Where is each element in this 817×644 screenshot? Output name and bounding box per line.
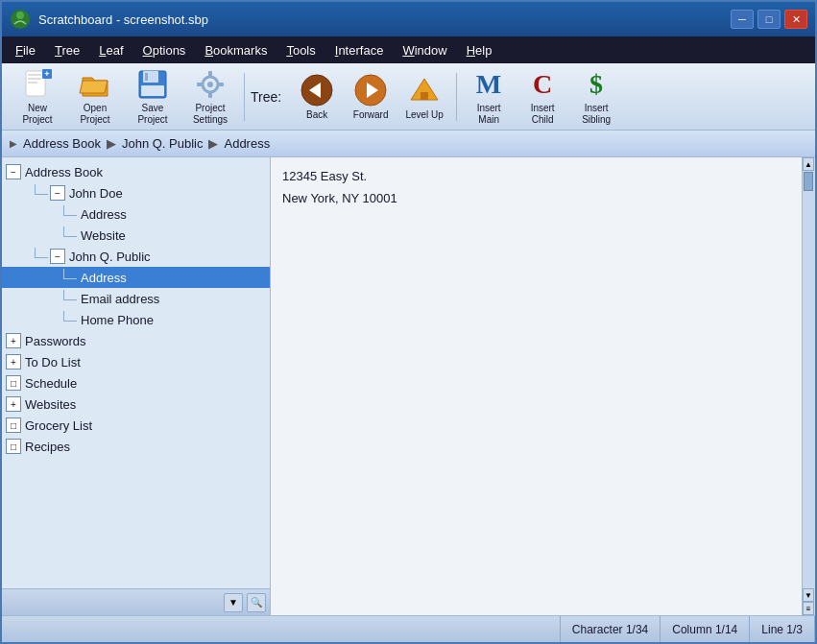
tree-scroll-down-btn[interactable]: ▼ bbox=[224, 593, 243, 612]
tree-item-john-doe-address[interactable]: Address bbox=[2, 203, 270, 225]
tree-item-websites[interactable]: + Websites bbox=[2, 394, 270, 415]
breadcrumb-item-2[interactable]: Address bbox=[224, 136, 270, 151]
menu-interface[interactable]: Interface bbox=[325, 41, 394, 60]
scroll-track bbox=[803, 171, 815, 588]
content-line-1: 12345 Easy St. bbox=[282, 165, 804, 187]
tree-item-recipes[interactable]: □ Recipes bbox=[2, 436, 270, 457]
tree-item-john-doe-website[interactable]: Website bbox=[2, 225, 270, 246]
save-project-icon bbox=[135, 68, 170, 101]
tree-label-john-q-public: John Q. Public bbox=[69, 250, 151, 264]
status-column: Column 1/14 bbox=[661, 616, 750, 642]
project-settings-button[interactable]: ProjectSettings bbox=[182, 68, 238, 126]
tree-panel: − Address Book − John Doe Address bbox=[2, 157, 271, 615]
project-settings-icon bbox=[193, 68, 228, 101]
tree-label-john-q-email: Email address bbox=[81, 292, 159, 306]
svg-text:+: + bbox=[44, 69, 49, 79]
save-project-button[interactable]: SaveProject bbox=[125, 68, 180, 126]
open-project-label: OpenProject bbox=[80, 103, 109, 126]
tree-label-passwords: Passwords bbox=[25, 334, 86, 348]
tree-expander-todo[interactable]: + bbox=[6, 354, 21, 370]
tree-item-john-q-email[interactable]: Email address bbox=[2, 288, 270, 309]
main-content: − Address Book − John Doe Address bbox=[2, 157, 815, 615]
menu-window[interactable]: Window bbox=[393, 41, 456, 60]
back-icon bbox=[300, 73, 334, 107]
maximize-button[interactable]: □ bbox=[757, 10, 781, 29]
tree-expander-john-q-public[interactable]: − bbox=[50, 249, 65, 264]
svg-rect-22 bbox=[421, 92, 428, 100]
back-label: Back bbox=[306, 109, 327, 121]
save-project-label: SaveProject bbox=[137, 103, 167, 126]
minimize-button[interactable]: ─ bbox=[731, 10, 754, 29]
toolbar-sep-1 bbox=[244, 73, 245, 121]
new-project-button[interactable]: + NewProject bbox=[10, 68, 65, 126]
svg-rect-14 bbox=[208, 71, 212, 77]
title-bar: Scratchboard - screenshot.sbp ─ □ ✕ bbox=[2, 2, 815, 36]
tree-expander-address-book[interactable]: − bbox=[6, 164, 21, 179]
tree-label-address-book: Address Book bbox=[25, 165, 103, 179]
scroll-down-arrow[interactable]: ▼ bbox=[803, 588, 814, 602]
tree-bottom: ▼ 🔍 bbox=[2, 588, 270, 615]
insert-sibling-button[interactable]: $ InsertSibling bbox=[570, 68, 622, 126]
menu-tools[interactable]: Tools bbox=[276, 41, 324, 60]
insert-child-icon: C bbox=[525, 68, 560, 101]
svg-rect-17 bbox=[218, 83, 224, 86]
open-project-button[interactable]: OpenProject bbox=[67, 68, 123, 126]
tree-item-todo[interactable]: + To Do List bbox=[2, 351, 270, 372]
status-bar: Character 1/34 Column 1/14 Line 1/3 bbox=[2, 615, 815, 642]
menu-file[interactable]: File bbox=[6, 41, 45, 60]
tree-item-john-q-phone[interactable]: Home Phone bbox=[2, 309, 270, 330]
insert-main-button[interactable]: M InsertMain bbox=[463, 68, 515, 126]
status-line: Line 1/3 bbox=[750, 616, 815, 642]
menu-leaf[interactable]: Leaf bbox=[89, 41, 132, 60]
insert-child-button[interactable]: C InsertChild bbox=[517, 68, 568, 126]
menu-help[interactable]: Help bbox=[457, 41, 502, 60]
tree-expander-websites[interactable]: + bbox=[6, 396, 21, 412]
tree-label-john-q-phone: Home Phone bbox=[81, 313, 154, 327]
tree-expander-schedule[interactable]: □ bbox=[6, 375, 21, 391]
level-up-button[interactable]: Level Up bbox=[398, 68, 450, 126]
tree-item-john-q-address[interactable]: Address bbox=[2, 267, 270, 288]
status-empty bbox=[2, 616, 561, 642]
menu-options[interactable]: Options bbox=[133, 41, 196, 60]
open-project-icon bbox=[78, 68, 112, 101]
tree-expander-recipes[interactable]: □ bbox=[6, 439, 21, 454]
svg-text:$: $ bbox=[589, 69, 603, 99]
tree-item-grocery[interactable]: □ Grocery List bbox=[2, 415, 270, 436]
breadcrumb-sep-0: ▶ bbox=[107, 136, 116, 151]
tree-label-recipes: Recipes bbox=[25, 440, 70, 454]
insert-sibling-label: InsertSibling bbox=[582, 103, 611, 126]
tree-scroll[interactable]: − Address Book − John Doe Address bbox=[2, 157, 270, 588]
forward-button[interactable]: Forward bbox=[345, 68, 396, 126]
tree-label-websites: Websites bbox=[25, 397, 76, 412]
tree-expander-grocery[interactable]: □ bbox=[6, 417, 21, 433]
scroll-right-arrow[interactable]: ≡ bbox=[803, 602, 814, 615]
tree-item-john-doe[interactable]: − John Doe bbox=[2, 182, 270, 203]
menu-bookmarks[interactable]: Bookmarks bbox=[195, 41, 276, 60]
breadcrumb-item-1[interactable]: John Q. Public bbox=[122, 136, 204, 151]
breadcrumb-item-0[interactable]: Address Book bbox=[23, 136, 101, 151]
content-area[interactable]: 12345 Easy St. New York, NY 10001 bbox=[271, 157, 815, 615]
level-up-label: Level Up bbox=[405, 109, 443, 121]
tree-item-address-book[interactable]: − Address Book bbox=[2, 161, 270, 182]
tree-search-btn[interactable]: 🔍 bbox=[247, 593, 266, 612]
tree-expander-john-doe[interactable]: − bbox=[50, 185, 65, 201]
scroll-up-arrow[interactable]: ▲ bbox=[803, 157, 814, 171]
svg-point-13 bbox=[207, 82, 213, 87]
svg-rect-4 bbox=[28, 78, 41, 80]
scroll-thumb[interactable] bbox=[804, 172, 813, 191]
menu-tree[interactable]: Tree bbox=[45, 41, 89, 60]
back-button[interactable]: Back bbox=[291, 68, 343, 126]
tree-expander-passwords[interactable]: + bbox=[6, 333, 21, 348]
new-project-icon: + bbox=[20, 68, 55, 101]
insert-child-label: InsertChild bbox=[531, 103, 555, 126]
window-title: Scratchboard - screenshot.sbp bbox=[38, 12, 731, 27]
close-button[interactable]: ✕ bbox=[784, 10, 807, 29]
toolbar: + NewProject OpenProject bbox=[2, 63, 815, 131]
content-scrollbar[interactable]: ▲ ▼ ≡ bbox=[802, 157, 815, 615]
window-controls: ─ □ ✕ bbox=[731, 10, 807, 29]
tree-item-john-q-public[interactable]: − John Q. Public bbox=[2, 246, 270, 267]
tree-item-schedule[interactable]: □ Schedule bbox=[2, 372, 270, 394]
svg-rect-11 bbox=[141, 85, 164, 96]
tree-item-passwords[interactable]: + Passwords bbox=[2, 330, 270, 351]
svg-rect-5 bbox=[28, 82, 37, 83]
